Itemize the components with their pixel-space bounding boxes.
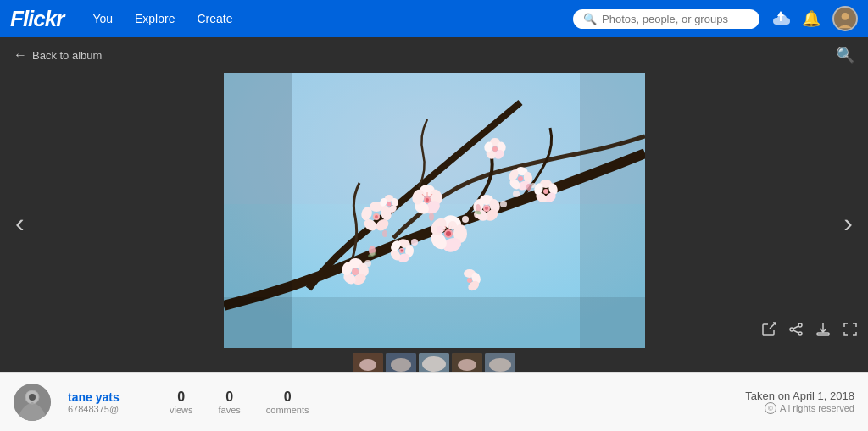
- svg-point-1: [842, 13, 849, 20]
- svg-point-111: [790, 328, 793, 331]
- svg-point-88: [513, 191, 520, 197]
- svg-point-82: [462, 216, 469, 223]
- svg-point-17: [426, 198, 429, 202]
- taken-info: Taken on April 1, 2018 © All rights rese…: [745, 390, 854, 414]
- photo-container: [224, 73, 645, 372]
- prev-photo-button[interactable]: ‹: [7, 198, 33, 246]
- main-area: ← Back to album 🔍 ‹: [0, 37, 868, 431]
- svg-point-58: [400, 250, 403, 252]
- svg-point-10: [375, 215, 378, 218]
- thumbnail-2[interactable]: [386, 353, 416, 372]
- thumbnails-strip: [353, 353, 515, 372]
- share-icon[interactable]: [788, 322, 804, 341]
- back-arrow-icon: ←: [14, 47, 27, 63]
- flickr-logo[interactable]: Flickr: [10, 6, 64, 32]
- svg-point-80: [387, 202, 391, 207]
- upload-icon[interactable]: [771, 11, 790, 26]
- nav-link-create[interactable]: Create: [188, 8, 241, 29]
- svg-point-85: [500, 201, 507, 207]
- comments-label: comments: [266, 405, 309, 415]
- svg-point-94: [382, 230, 387, 237]
- faves-stat: 0 faves: [219, 390, 241, 415]
- user-photo-avatar[interactable]: [14, 384, 51, 421]
- rights-info: © All rights reserved: [765, 402, 854, 414]
- taken-date: Taken on April 1, 2018: [745, 390, 854, 402]
- svg-point-74: [492, 146, 498, 152]
- bell-icon[interactable]: 🔔: [802, 9, 821, 28]
- search-input[interactable]: [602, 13, 749, 25]
- faves-count: 0: [225, 390, 233, 405]
- sub-header: ← Back to album 🔍: [0, 37, 868, 73]
- views-stat: 0 views: [170, 390, 193, 415]
- views-label: views: [170, 405, 193, 415]
- svg-point-87: [411, 239, 418, 246]
- navbar-icons: 🔔: [771, 6, 858, 31]
- navbar: Flickr You Explore Create 🔍 🔔: [0, 0, 868, 37]
- thumbnail-1[interactable]: [353, 353, 383, 372]
- svg-line-113: [793, 326, 798, 329]
- photo-stats: 0 views 0 faves 0 comments: [170, 390, 309, 415]
- svg-point-86: [364, 260, 371, 267]
- svg-point-118: [29, 394, 36, 401]
- download-icon[interactable]: [815, 322, 831, 341]
- fullscreen-icon[interactable]: [843, 322, 858, 341]
- user-avatar[interactable]: [832, 6, 858, 31]
- svg-point-68: [467, 278, 472, 283]
- comments-stat: 0 comments: [266, 390, 309, 415]
- views-count: 0: [177, 390, 185, 405]
- svg-point-105: [422, 356, 446, 372]
- svg-point-27: [446, 231, 451, 236]
- svg-point-45: [518, 176, 523, 181]
- svg-point-51: [352, 268, 359, 275]
- svg-point-107: [458, 359, 476, 371]
- svg-point-39: [485, 207, 488, 210]
- search-bar[interactable]: 🔍: [573, 9, 760, 29]
- comments-count: 0: [284, 390, 292, 405]
- back-label: Back to album: [32, 49, 102, 62]
- nav-link-you[interactable]: You: [84, 8, 121, 29]
- share-external-icon[interactable]: [761, 322, 776, 341]
- svg-point-92: [526, 184, 531, 191]
- svg-point-110: [798, 323, 802, 327]
- svg-point-101: [359, 359, 376, 371]
- photo-viewer: ‹: [0, 73, 868, 372]
- svg-rect-115: [817, 333, 829, 335]
- thumbnail-5[interactable]: [485, 353, 515, 372]
- back-to-album-link[interactable]: ← Back to album: [14, 47, 102, 63]
- svg-line-114: [793, 330, 798, 333]
- search-sub-icon[interactable]: 🔍: [836, 46, 854, 64]
- svg-point-109: [489, 358, 511, 372]
- rights-label: All rights reserved: [780, 403, 854, 413]
- bottom-bar: tane yats 67848375@ 0 views 0 faves 0 co…: [0, 372, 868, 431]
- user-info: tane yats 67848375@: [68, 390, 136, 414]
- nav-links: You Explore Create: [84, 8, 241, 29]
- action-bar: [761, 322, 858, 341]
- svg-point-81: [448, 221, 457, 229]
- svg-point-93: [429, 213, 434, 221]
- svg-point-103: [391, 358, 411, 372]
- thumbnail-4[interactable]: [452, 353, 482, 372]
- svg-point-83: [437, 226, 443, 233]
- svg-point-112: [798, 332, 802, 335]
- next-photo-button[interactable]: ›: [835, 198, 861, 246]
- search-icon: 🔍: [583, 13, 597, 25]
- svg-point-64: [543, 189, 548, 194]
- nav-link-explore[interactable]: Explore: [126, 8, 183, 29]
- user-id: 67848375@: [68, 404, 136, 414]
- user-name[interactable]: tane yats: [68, 390, 136, 404]
- main-photo[interactable]: [224, 73, 645, 348]
- copyright-icon: ©: [765, 402, 776, 414]
- thumbnail-3[interactable]: [419, 353, 449, 372]
- faves-label: faves: [219, 405, 241, 415]
- svg-rect-99: [224, 297, 645, 348]
